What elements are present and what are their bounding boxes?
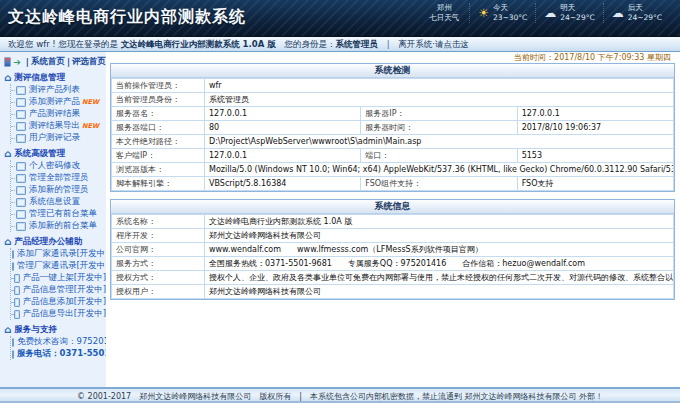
sidebar-item-manage-admins[interactable]: 管理全部管理员 [11, 172, 106, 184]
sidebar-item-add-vendor-contacts[interactable]: 添加厂家通讯录[开发中] [11, 248, 106, 260]
row-value: wfr [205, 79, 674, 93]
panel-title: 系统信息 [111, 200, 674, 214]
table-row: 服务方式： 全国服务热线：0371-5501-9681 专属服务QQ：97520… [112, 257, 674, 271]
tree-dash [11, 166, 15, 167]
welcome-greeting: 欢迎您 wfr ! 您现在登录的是 [8, 39, 118, 49]
sidebar-item-product-info-manage[interactable]: 产品信息管理[开发中] [11, 284, 106, 296]
row-label: 服务器时间： [361, 121, 517, 135]
sidebar-section-title: 服务与支持 [14, 324, 57, 336]
table-row: 授权方式： 授权个人、企业、政府及各类事业单位可免费在内网部署与使用，禁止未经授… [112, 271, 674, 285]
row-label: 服务器IP： [361, 107, 517, 121]
table-row: 客户端IP： 127.0.0.1 端口： 5153 [112, 149, 674, 163]
sidebar-item-change-password[interactable]: 个人密码修改 [11, 160, 106, 172]
sidebar-item-one-click-listing[interactable]: 产品一键上架[开发中] [11, 272, 106, 284]
table-row: 授权用户： 郑州文达岭峰网络科技有限公司 [112, 285, 674, 299]
home-icon: ⌂ [4, 149, 11, 159]
sidebar-item-manage-front-menus[interactable]: 管理已有前台菜单 [11, 208, 106, 220]
row-label: 客户端IP： [112, 149, 205, 163]
row-value: 授权个人、企业、政府及各类事业单位可免费在内网部署与使用，禁止未经授权的任何形式… [205, 271, 674, 285]
row-value: 80 [205, 121, 361, 135]
sidebar-item-user-records[interactable]: 用户测评记录 [11, 132, 106, 144]
sidebar-section-items: 测评产品列表 添加测评产品NEW 产品测评结果 测评结果导出NEW 用户测评记录 [10, 84, 106, 144]
weather-city-block: 郑州 七日天气 [429, 3, 459, 23]
tree-dash [11, 138, 15, 139]
tree-dash [11, 278, 13, 279]
tree-dash [11, 314, 13, 315]
page-icon [16, 86, 26, 95]
sidebar-section-pm-tools: ⌂ 产品经理办公辅助 [4, 236, 106, 248]
sidebar-section-items: 添加厂家通讯录[开发中] 管理厂家通讯录[开发中] 产品一键上架[开发中] 产品… [10, 248, 106, 320]
sidebar-item-product-info-export[interactable]: 产品信息导出[开发中] [11, 308, 106, 320]
row-value: www.wendalf.com www.lfmesss.com（LFMessS系… [205, 243, 674, 257]
page-icon [14, 274, 20, 283]
footer-bar: © 2001-2017 郑州文达岭峰网络科技有限公司 版权所有 | 本系统包含公… [0, 387, 680, 403]
row-label: 服务器名： [112, 107, 205, 121]
current-time: 当前时间：2017/8/10 下午7:09:33 星期四 [110, 52, 675, 63]
row-label: 服务方式： [112, 257, 205, 271]
page-icon [12, 262, 14, 271]
weather-day-name: 后天 [628, 3, 662, 13]
sidebar-section-items: 个人密码修改 管理全部管理员 添加新的管理员 系统信息设置 管理已有前台菜单 添… [10, 160, 106, 232]
logout-link[interactable]: 离开系统·请点击这 [398, 39, 469, 49]
page-icon [16, 110, 26, 119]
rain-cloud-icon: ☁ [544, 6, 556, 20]
page-icon [12, 250, 14, 259]
tree-dash [11, 214, 15, 215]
page-icon [14, 286, 20, 295]
system-check-table: 当前操作管理员： wfr 当前管理员身份： 系统管理员 服务器名： 127.0.… [111, 78, 674, 191]
tree-dash [11, 226, 15, 227]
main-content: 当前时间：2017/8/10 下午7:09:33 星期四 系统检测 当前操作管理… [106, 52, 680, 389]
link-separator: | [26, 57, 29, 67]
row-value: 127.0.0.1 [205, 107, 361, 121]
tree-dash [11, 126, 15, 127]
weather-day-aftertomorrow: ☁ 后天 24~29°C [603, 3, 670, 23]
welcome-role-label: 您的身份是： [284, 39, 335, 49]
weather-label: 七日天气 [429, 13, 459, 23]
row-label: 当前操作管理员： [112, 79, 205, 93]
sidebar-item-add-product[interactable]: 添加测评产品NEW [11, 96, 106, 108]
sidebar-item-product-info-add[interactable]: 产品信息添加[开发中] [11, 296, 106, 308]
sidebar-section-title: 测评信息管理 [14, 72, 65, 84]
table-row: 当前管理员身份： 系统管理员 [112, 93, 674, 107]
sidebar-item-system-settings[interactable]: 系统信息设置 [11, 196, 106, 208]
sidebar-item-manage-vendor-contacts[interactable]: 管理厂家通讯录[开发中] [11, 260, 106, 272]
page-body: ➔ | 系统首页 | 评选首页 ⌂ 测评信息管理 测评产品列表 添加测评产品NE… [0, 52, 680, 389]
system-info-table: 系统名称： 文达岭峰电商行业内部测款系统 1.0A 版 程序开发： 郑州文达岭峰… [111, 214, 674, 299]
sidebar-home-row: ➔ | 系统首页 | 评选首页 [4, 55, 106, 68]
sidebar-link-system-home[interactable]: 系统首页 [31, 56, 65, 68]
sun-icon: ☀ [478, 6, 489, 20]
row-label: 程序开发： [112, 229, 205, 243]
sidebar-item-free-support-qq[interactable]: 免费技术咨询：975201416 [11, 336, 106, 348]
sidebar-item-add-front-menu[interactable]: 添加新的前台菜单 [11, 220, 106, 232]
weather-city: 郑州 [429, 3, 459, 13]
table-row: 系统名称： 文达岭峰电商行业内部测款系统 1.0A 版 [112, 215, 674, 229]
row-label: 当前管理员身份： [112, 93, 205, 107]
sidebar-link-review-home[interactable]: 评选首页 [72, 56, 106, 68]
row-label: FSO组件支持： [361, 177, 517, 191]
tree-dash [11, 178, 15, 179]
sidebar-item-product-results[interactable]: 产品测评结果 [11, 108, 106, 120]
row-value: 系统管理员 [205, 93, 674, 107]
row-label: 系统名称： [112, 215, 205, 229]
sidebar-item-result-export[interactable]: 测评结果导出NEW [11, 120, 106, 132]
page-icon [16, 186, 26, 195]
sidebar-item-service-phone[interactable]: 服务电话：0371-55019681 [11, 348, 106, 360]
row-value: 郑州文达岭峰网络科技有限公司 [205, 229, 674, 243]
weather-day-name: 明天 [560, 3, 594, 13]
row-value: D:\Project\AspWebServer\wwwroot\S\admin\… [205, 135, 674, 149]
table-row: 当前操作管理员： wfr [112, 79, 674, 93]
tree-dash [11, 114, 15, 115]
row-label: 服务器端口： [112, 121, 205, 135]
row-value: VBScript/5.8.16384 [205, 177, 361, 191]
home-icon: ⌂ [4, 325, 11, 335]
tree-dash [11, 190, 15, 191]
sidebar-item-add-admin[interactable]: 添加新的管理员 [11, 184, 106, 196]
weather-day-temp: 24~29°C [560, 13, 594, 23]
tree-dash [11, 202, 15, 203]
sidebar-item-product-list[interactable]: 测评产品列表 [11, 84, 106, 96]
row-value: 全国服务热线：0371-5501-9681 专属服务QQ：975201416 合… [205, 257, 674, 271]
table-row: 公司官网： www.wendalf.com www.lfmesss.com（LF… [112, 243, 674, 257]
row-label: 授权方式： [112, 271, 205, 285]
page-icon [14, 298, 20, 307]
sidebar-section-title: 产品经理办公辅助 [14, 236, 82, 248]
